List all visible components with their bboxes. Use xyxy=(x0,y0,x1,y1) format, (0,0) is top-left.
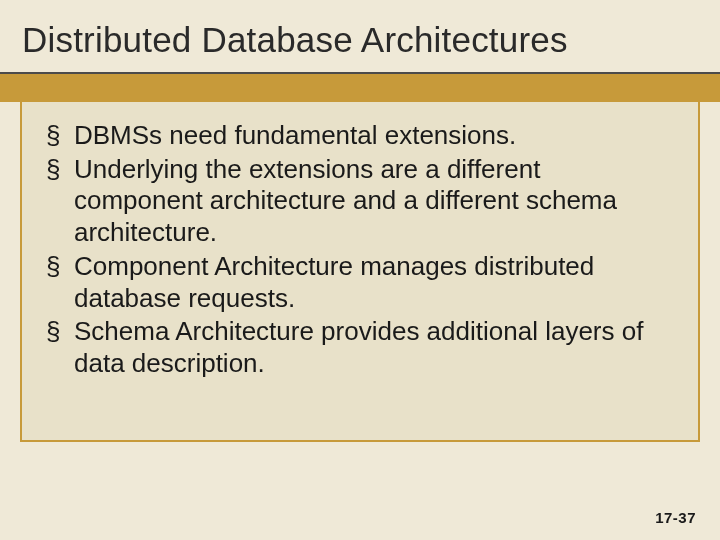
title-area: Distributed Database Architectures xyxy=(0,0,720,72)
divider-band xyxy=(0,72,720,102)
slide-title: Distributed Database Architectures xyxy=(22,20,700,60)
content-panel: DBMSs need fundamental extensions. Under… xyxy=(20,102,700,442)
list-item: DBMSs need fundamental extensions. xyxy=(46,120,674,152)
list-item: Component Architecture manages distribut… xyxy=(46,251,674,314)
bullet-list: DBMSs need fundamental extensions. Under… xyxy=(46,120,674,380)
list-item: Schema Architecture provides additional … xyxy=(46,316,674,379)
list-item: Underlying the extensions are a differen… xyxy=(46,154,674,249)
page-number: 17-37 xyxy=(655,509,696,526)
